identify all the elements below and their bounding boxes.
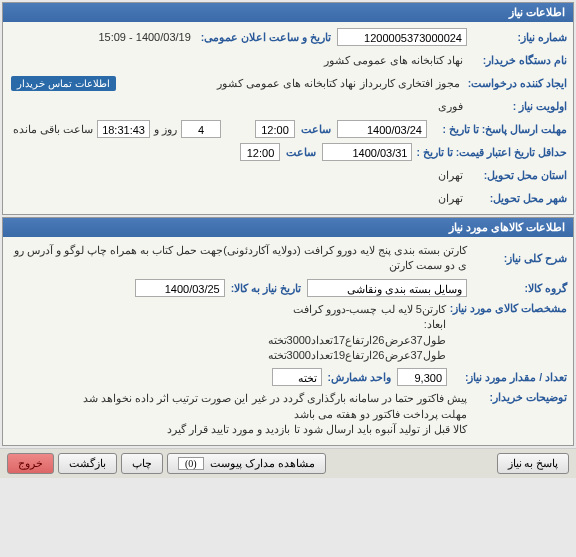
- desc-label: شرح کلی نیاز:: [467, 252, 567, 264]
- validity-hour-field[interactable]: 12:00: [240, 143, 280, 161]
- delivery-city-label: شهر محل تحویل:: [467, 192, 567, 204]
- priority-label: اولویت نیاز :: [467, 100, 567, 112]
- need-date-label: تاریخ نیاز به کالا:: [225, 282, 307, 294]
- spec-value: کارتن5 لایه لب چسب-دورو کرافت ابعاد: طول…: [268, 300, 446, 366]
- buyer-agency-value: نهاد کتابخانه های عمومی کشور: [320, 54, 467, 67]
- doc-count-badge: (0): [178, 457, 204, 470]
- goods-info-panel: اطلاعات کالاهای مورد نیاز شرح کلی نیاز: …: [2, 217, 574, 446]
- group-field[interactable]: وسایل بسته بندی ونقاشی: [307, 279, 467, 297]
- view-docs-button[interactable]: مشاهده مدارک پیوست (0): [167, 453, 326, 474]
- requester-label: ایجاد کننده درخواست:: [464, 77, 567, 89]
- days-remaining-field: 4: [181, 120, 221, 138]
- notes-value: پیش فاکتور حتما در سامانه بارگذاری گردد …: [9, 389, 467, 439]
- delivery-city-value: تهران: [434, 192, 467, 205]
- hour-label-1: ساعت: [295, 123, 337, 135]
- panel1-header: اطلاعات نیاز: [3, 3, 573, 22]
- print-button[interactable]: چاپ: [121, 453, 163, 474]
- min-validity-label: حداقل تاریخ اعتبار قیمت: تا تاریخ :: [412, 146, 567, 158]
- validity-date-field[interactable]: 1400/03/31: [322, 143, 412, 161]
- notes-label: توضیحات خریدار:: [467, 389, 567, 403]
- days-label: روز و: [150, 123, 181, 136]
- exit-button[interactable]: خروج: [7, 453, 54, 474]
- delivery-province-label: استان محل تحویل:: [467, 169, 567, 181]
- contact-buyer-button[interactable]: اطلاعات تماس خریدار: [11, 76, 116, 91]
- spec-label: مشخصات کالای مورد نیاز:: [446, 300, 567, 314]
- need-date-field[interactable]: 1400/03/25: [135, 279, 225, 297]
- need-info-panel: اطلاعات نیاز شماره نیاز: 120000537300002…: [2, 2, 574, 215]
- action-bar: پاسخ به نیاز مشاهده مدارک پیوست (0) چاپ …: [0, 448, 576, 478]
- back-button[interactable]: بازگشت: [58, 453, 117, 474]
- priority-value: فوری: [434, 100, 467, 113]
- unit-field[interactable]: تخته: [272, 368, 322, 386]
- need-number-field[interactable]: 1200005373000024: [337, 28, 467, 46]
- deadline-date-field[interactable]: 1400/03/24: [337, 120, 427, 138]
- requester-value: مجوز افتخاری کاربرداز نهاد کتابخانه های …: [213, 77, 463, 90]
- remain-label: ساعت باقی مانده: [9, 123, 97, 136]
- deadline-hour-field[interactable]: 12:00: [255, 120, 295, 138]
- buyer-agency-label: نام دستگاه خریدار:: [467, 54, 567, 66]
- announce-value: 1400/03/19 - 15:09: [94, 31, 194, 43]
- announce-label: تاریخ و ساعت اعلان عمومی:: [195, 31, 337, 43]
- panel2-header: اطلاعات کالاهای مورد نیاز: [3, 218, 573, 237]
- delivery-province-value: تهران: [434, 169, 467, 182]
- respond-button[interactable]: پاسخ به نیاز: [497, 453, 570, 474]
- qty-label: تعداد / مقدار مورد نیاز:: [447, 371, 567, 383]
- time-remaining-field: 18:31:43: [97, 120, 150, 138]
- deadline-response-label: مهلت ارسال پاسخ: تا تاریخ :: [427, 123, 567, 135]
- desc-value: کارتن بسته بندی پنج لایه دورو کرافت (دول…: [9, 241, 467, 276]
- qty-field[interactable]: 9,300: [397, 368, 447, 386]
- need-number-label: شماره نیاز:: [467, 31, 567, 43]
- unit-label: واحد شمارش:: [322, 371, 397, 383]
- hour-label-2: ساعت: [280, 146, 322, 158]
- group-label: گروه کالا:: [467, 282, 567, 294]
